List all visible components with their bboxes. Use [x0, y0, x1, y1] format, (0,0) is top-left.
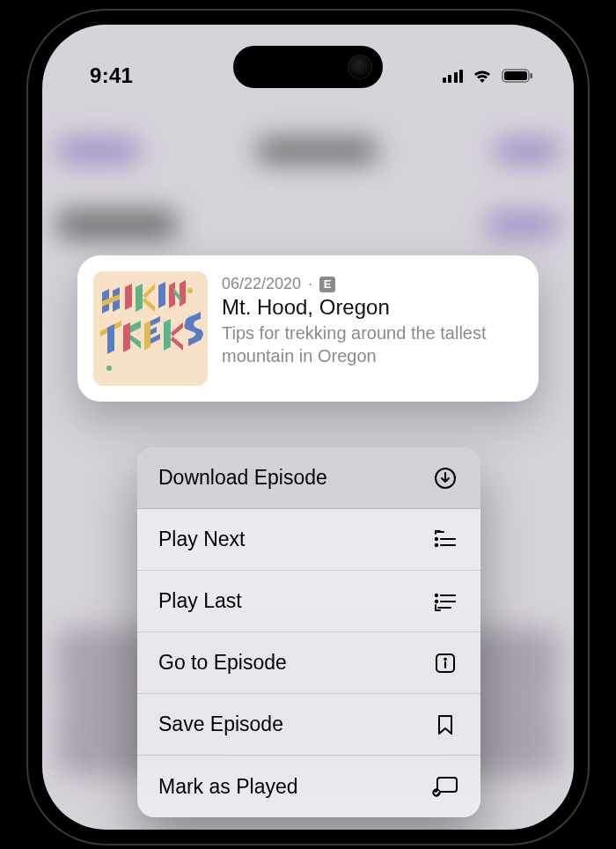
- menu-item-go-to-episode[interactable]: Go to Episode: [137, 632, 480, 694]
- svg-marker-12: [169, 282, 175, 308]
- svg-point-32: [435, 594, 438, 597]
- context-menu: Download Episode Play Next: [137, 447, 480, 817]
- episode-meta: 06/22/2020 · E: [222, 275, 523, 293]
- svg-point-33: [435, 600, 438, 603]
- menu-item-play-next[interactable]: Play Next: [137, 509, 480, 571]
- play-last-icon: [431, 589, 459, 614]
- episode-subtitle: Tips for trekking around the tallest mou…: [222, 321, 523, 367]
- menu-item-play-last[interactable]: Play Last: [137, 571, 480, 632]
- svg-rect-36: [437, 778, 457, 792]
- svg-marker-24: [164, 319, 171, 351]
- svg-marker-23: [144, 321, 150, 351]
- podcast-artwork: [93, 271, 208, 386]
- svg-marker-7: [125, 284, 132, 310]
- dynamic-island: [233, 46, 383, 88]
- menu-item-label: Save Episode: [158, 712, 283, 736]
- svg-marker-13: [180, 280, 186, 306]
- menu-item-save-episode[interactable]: Save Episode: [137, 694, 480, 756]
- svg-point-30: [435, 537, 438, 541]
- explicit-badge: E: [319, 277, 335, 292]
- episode-card-body: 06/22/2020 · E Mt. Hood, Oregon Tips for…: [222, 271, 523, 386]
- svg-rect-1: [504, 71, 527, 80]
- episode-title: Mt. Hood, Oregon: [222, 295, 523, 320]
- phone-frame: 9:41: [26, 9, 590, 845]
- info-square-icon: [431, 651, 459, 676]
- download-circle-icon: [431, 466, 459, 491]
- svg-marker-17: [123, 322, 130, 352]
- status-indicators: [443, 68, 534, 84]
- menu-item-label: Play Last: [158, 589, 242, 613]
- episode-card[interactable]: 06/22/2020 · E Mt. Hood, Oregon Tips for…: [77, 255, 539, 402]
- menu-item-label: Mark as Played: [158, 775, 298, 799]
- svg-rect-2: [531, 73, 533, 78]
- svg-point-35: [444, 658, 447, 661]
- menu-item-label: Play Next: [158, 528, 245, 551]
- episode-date: 06/22/2020: [222, 275, 301, 293]
- menu-item-mark-as-played[interactable]: Mark as Played: [137, 756, 480, 817]
- svg-point-28: [106, 365, 112, 371]
- svg-marker-8: [136, 284, 143, 312]
- menu-item-download-episode[interactable]: Download Episode: [137, 447, 480, 509]
- svg-point-31: [435, 543, 438, 547]
- svg-point-27: [187, 288, 193, 293]
- phone-bezel: 9:41: [35, 18, 581, 837]
- mark-played-icon: [431, 774, 459, 799]
- svg-marker-11: [158, 282, 165, 308]
- bookmark-icon: [431, 712, 459, 737]
- battery-icon: [502, 68, 533, 84]
- cellular-icon: [443, 69, 464, 83]
- status-time: 9:41: [90, 63, 133, 88]
- screen: 9:41: [42, 25, 574, 830]
- menu-item-label: Go to Episode: [158, 651, 287, 675]
- menu-item-label: Download Episode: [158, 466, 327, 490]
- play-next-icon: [431, 528, 459, 552]
- svg-marker-16: [107, 324, 114, 354]
- meta-separator: ·: [308, 275, 312, 293]
- wifi-icon: [472, 68, 493, 84]
